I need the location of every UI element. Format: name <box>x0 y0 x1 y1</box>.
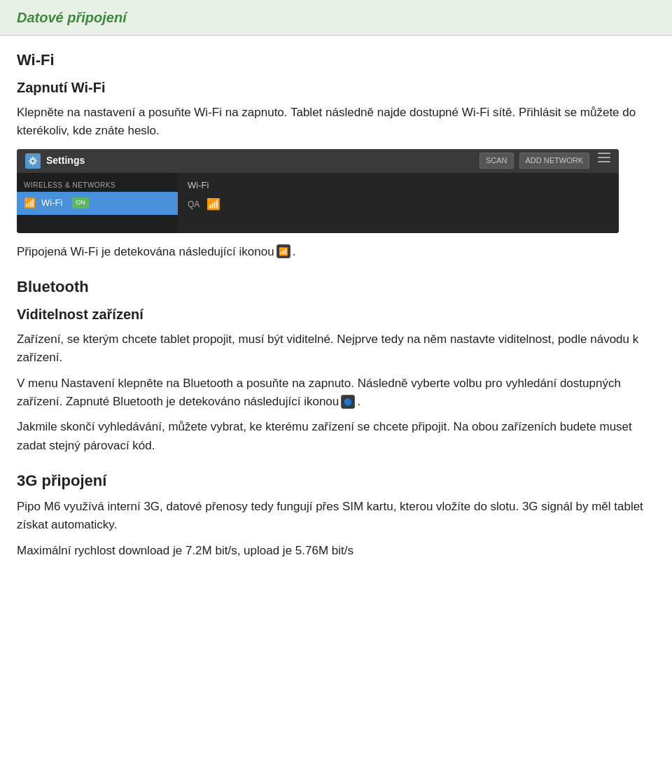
sidebar-wifi-item[interactable]: 📶 Wi-Fi ON <box>17 192 178 215</box>
page-header-title: Datové připojení <box>17 10 127 25</box>
threeg-title: 3G připojení <box>17 469 655 492</box>
bluetooth-pair-text: Jakmile skončí vyhledávání, můžete vybra… <box>17 418 655 455</box>
screenshot-qa-row: QA 📶 <box>188 196 609 213</box>
page-header: Datové připojení <box>0 0 672 36</box>
screenshot-main: Wi-Fi QA 📶 <box>178 173 619 233</box>
add-network-button[interactable]: ADD NETWORK <box>519 153 590 169</box>
menu-icon <box>598 153 610 162</box>
bluetooth-title: Bluetooth <box>17 275 655 298</box>
wifi-connected-text: Připojená Wi-Fi je detekována následujíc… <box>17 243 655 261</box>
bluetooth-icon <box>341 395 355 409</box>
screenshot-sidebar: WIRELESS & NETWORKS 📶 Wi-Fi ON <box>17 173 178 233</box>
bluetooth-visibility-text: Zařízení, se kterým chcete tablet propoj… <box>17 330 655 368</box>
threeg-text2: Maximální rychlost download je 7.2M bit/… <box>17 542 655 560</box>
wifi-title: Wi-Fi <box>17 48 655 71</box>
sidebar-section-label: WIRELESS & NETWORKS <box>17 178 178 192</box>
screenshot-topbar: Settings SCAN ADD NETWORK <box>17 149 619 173</box>
screenshot-body: WIRELESS & NETWORKS 📶 Wi-Fi ON Wi-Fi QA … <box>17 173 619 233</box>
screenshot-main-title: Wi-Fi <box>188 178 609 192</box>
wifi-enable-text: Klepněte na nastavení a posuňte Wi-Fi na… <box>17 104 655 141</box>
svg-point-0 <box>31 159 35 163</box>
on-badge: ON <box>72 197 89 209</box>
settings-screenshot: Settings SCAN ADD NETWORK WIRELESS & NET… <box>17 149 619 233</box>
wifi-enable-title: Zapnutí Wi-Fi <box>17 77 655 98</box>
bluetooth-menu-text: V menu Nastavení klepněte na Bluetooth a… <box>17 374 655 412</box>
settings-icon <box>25 153 41 169</box>
topbar-left: Settings <box>25 153 85 169</box>
threeg-text1: Pipo M6 využívá interní 3G, datové přeno… <box>17 498 655 535</box>
qa-label: QA <box>188 198 200 211</box>
wifi-connected-icon <box>276 244 290 258</box>
qa-wifi-icon: 📶 <box>206 196 220 213</box>
sidebar-wifi-label: Wi-Fi <box>41 196 62 210</box>
topbar-title-text: Settings <box>46 153 85 168</box>
bluetooth-visibility-title: Viditelnost zařízení <box>17 304 655 325</box>
topbar-buttons: SCAN ADD NETWORK <box>479 153 610 169</box>
wifi-icon: 📶 <box>24 196 36 211</box>
scan-button[interactable]: SCAN <box>479 153 514 169</box>
